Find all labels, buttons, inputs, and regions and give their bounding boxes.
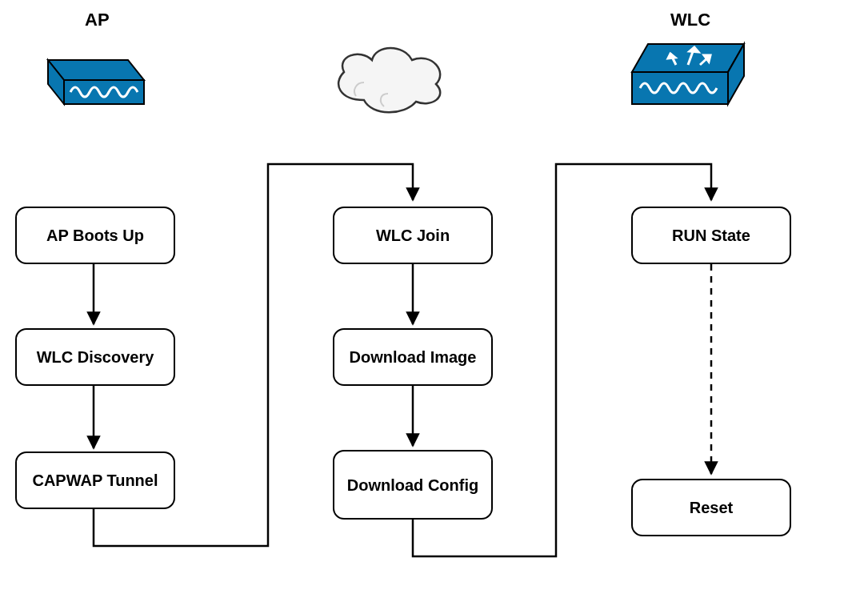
svg-marker-4	[632, 72, 728, 104]
cloud-icon	[338, 48, 440, 112]
node-image: Download Image	[333, 328, 493, 386]
node-run: RUN State	[631, 207, 791, 264]
node-discover: WLC Discovery	[15, 328, 175, 386]
node-reset: Reset	[631, 479, 791, 536]
wlc-icon	[632, 44, 744, 104]
svg-marker-7	[690, 47, 698, 52]
label-wlc: WLC	[670, 10, 710, 30]
svg-marker-2	[64, 80, 144, 104]
node-config: Download Config	[333, 450, 493, 520]
node-join-label: WLC Join	[376, 226, 450, 245]
node-capwap: CAPWAP Tunnel	[15, 451, 175, 509]
svg-marker-3	[632, 44, 744, 72]
node-discover-label: WLC Discovery	[37, 347, 154, 367]
svg-marker-0	[48, 60, 144, 80]
svg-line-6	[688, 47, 694, 65]
node-image-label: Download Image	[350, 347, 477, 367]
svg-marker-5	[728, 44, 744, 104]
label-ap: AP	[85, 10, 110, 30]
node-capwap-label: CAPWAP Tunnel	[32, 471, 158, 490]
node-run-label: RUN State	[672, 226, 750, 245]
svg-marker-11	[704, 55, 710, 62]
node-join: WLC Join	[333, 207, 493, 264]
svg-line-8	[670, 54, 676, 65]
node-reset-label: Reset	[690, 498, 733, 517]
node-boots-label: AP Boots Up	[46, 226, 144, 245]
ap-icon	[48, 60, 144, 104]
svg-line-10	[700, 55, 710, 65]
svg-marker-9	[668, 54, 675, 58]
svg-marker-1	[48, 60, 64, 104]
node-config-label: Download Config	[347, 476, 478, 495]
node-boots: AP Boots Up	[15, 207, 175, 264]
